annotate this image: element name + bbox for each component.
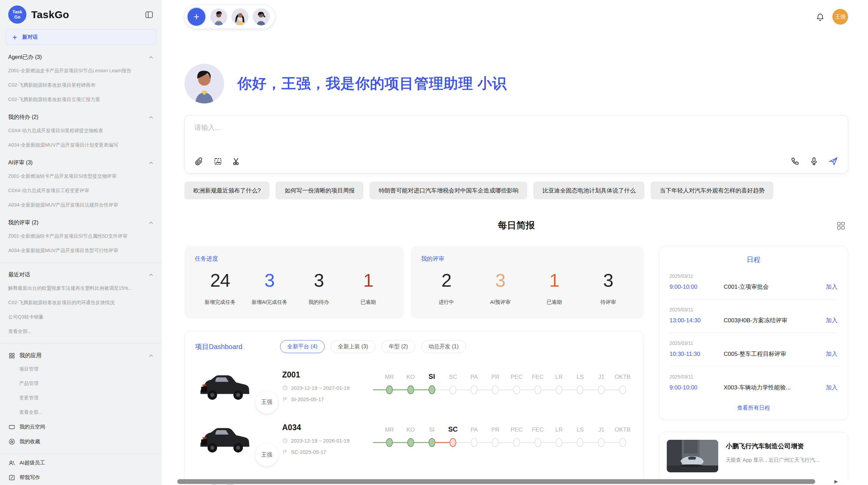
sidebar-item[interactable]: C0X4-动力总成开发项目SI里程碑提交物检查 — [5, 124, 157, 138]
send-icon[interactable] — [828, 156, 838, 166]
milestone-LS[interactable]: LS — [569, 422, 591, 448]
sidebar-tool-people[interactable]: AI超级员工 — [5, 456, 157, 470]
stat-label: 待评审 — [600, 299, 616, 306]
mic-icon[interactable] — [809, 157, 819, 166]
sidebar-app-item[interactable]: 变更管理 — [5, 391, 157, 405]
milestone-SI[interactable]: SI — [421, 370, 443, 396]
join-link[interactable]: 加入 — [826, 350, 837, 358]
milestone-MR[interactable]: MR — [379, 370, 400, 396]
sidebar-item[interactable]: A034-全新新能源MUV产品开发项目计划变更表编写 — [5, 138, 157, 152]
sidebar-item[interactable]: Z001-全新燃油轻卡产品开发项目SI节点属性5D文件评审 — [5, 229, 157, 244]
stat-cells: 2进行中3AI预评审1已逾期3待评审 — [421, 270, 634, 306]
sidebar-item-cloud[interactable]: 我的云空间 — [5, 420, 157, 434]
milestone-PR[interactable]: PR — [485, 422, 506, 448]
milestone-OKTB[interactable]: OKTB — [612, 370, 633, 396]
section-header[interactable]: Agent已办 (3) — [5, 47, 157, 64]
new-chat-button[interactable]: ＋ 新对话 — [5, 29, 156, 45]
news-card[interactable]: 小鹏飞行汽车制造公司增资 天眼查 App 显示，近日广州汇天飞行汽... — [659, 432, 848, 483]
milestone-SI[interactable]: SI — [421, 422, 443, 448]
sidebar-app-item[interactable]: 项目管理 — [5, 362, 157, 376]
project-code[interactable]: A034 — [282, 423, 379, 432]
filter-pill[interactable]: 全新平台 (4) — [280, 340, 325, 353]
bell-icon[interactable] — [816, 12, 825, 22]
section-header[interactable]: 最近对话 — [5, 264, 157, 281]
sidebar-tool-write[interactable]: 帮我写作 — [5, 470, 157, 485]
project-code[interactable]: Z001 — [282, 370, 379, 380]
milestone-KO[interactable]: KO — [400, 370, 421, 396]
sidebar-item[interactable]: 公司Q3轻卡销量 — [5, 310, 157, 324]
suggestion-chip[interactable]: 欧洲新规最近颁布了什么? — [184, 182, 269, 199]
filter-pill[interactable]: 全新上装 (3) — [331, 340, 375, 353]
member-pill: + — [184, 5, 275, 29]
milestone-PEC[interactable]: PEC — [506, 422, 527, 448]
scissors-icon[interactable] — [232, 157, 241, 166]
image-icon[interactable] — [213, 157, 222, 166]
suggestion-chip[interactable]: 特朗普可能对进口汽车增税会对中国车企造成哪些影响 — [370, 182, 527, 199]
milestone-OKTB[interactable]: OKTB — [612, 422, 633, 448]
milestone-LR[interactable]: LR — [548, 370, 570, 396]
sidebar-item[interactable]: 查看全部... — [5, 324, 157, 339]
view-all-schedule-link[interactable]: 查看所有日程 — [670, 400, 837, 412]
sidebar-item[interactable]: A034-全新新能源MUV产品开发项目法规符合性评审 — [5, 198, 157, 212]
sidebar-item[interactable]: 解释最新出台的欧盟报废车法规再生塑料比例被调至15%... — [5, 281, 157, 296]
sidebar-item[interactable]: C0X4-动力总成开发项目工程变更评审 — [5, 184, 157, 198]
composer — [184, 115, 848, 173]
section-header[interactable]: 我的应用 — [5, 345, 157, 362]
milestone-J1[interactable]: J1 — [591, 422, 612, 448]
sidebar-item[interactable]: C02-飞腾新能源轻客改款项目立项汇报方案 — [5, 92, 157, 107]
phone-icon[interactable] — [791, 157, 800, 166]
milestone-J1[interactable]: J1 — [591, 370, 612, 396]
join-link[interactable]: 加入 — [826, 316, 837, 324]
sidebar-app-item[interactable]: 产品管理 — [5, 376, 157, 391]
briefing-title: 每日简报 — [498, 220, 535, 231]
filter-pill[interactable]: 年型 (2) — [382, 340, 415, 353]
chat-input[interactable] — [194, 124, 838, 132]
owner-avatar[interactable]: 王强 — [255, 444, 278, 466]
member-avatar[interactable] — [231, 8, 249, 25]
join-link[interactable]: 加入 — [826, 283, 837, 291]
milestone-LS[interactable]: LS — [569, 370, 591, 396]
panel-collapse-icon[interactable] — [145, 10, 154, 19]
people-icon — [8, 459, 15, 467]
suggestion-chip[interactable]: 当下年轻人对汽车外观有怎样的喜好趋势 — [651, 182, 773, 199]
sidebar-item[interactable]: C02-飞腾新能源轻客改款项目的闭环通告反馈情况 — [5, 296, 157, 310]
layout-grid-icon[interactable] — [836, 221, 846, 231]
milestone-timeline: MRKOSISCPAPRPECFECLRLSJ1OKTB — [379, 422, 633, 448]
section-title: Agent已办 (3) — [8, 54, 42, 61]
sidebar-item[interactable]: A034-全新新能源MUV产品开发项目造型可行性评审 — [5, 244, 157, 258]
milestone-SC[interactable]: SC — [442, 370, 463, 396]
scroll-right-arrow-icon[interactable]: ▶ — [834, 479, 838, 484]
milestone-PEC[interactable]: PEC — [506, 370, 527, 396]
filter-pill[interactable]: 动总开发 (1) — [421, 340, 466, 353]
schedule-date: 2025/03/11 — [670, 273, 837, 279]
sidebar-app-item[interactable]: 查看全部... — [5, 405, 157, 420]
sidebar-item-star[interactable]: 我的收藏 — [5, 434, 157, 449]
section-header[interactable]: 我的评审 (2) — [5, 212, 157, 229]
milestone-MR[interactable]: MR — [379, 422, 400, 448]
suggestion-chip[interactable]: 比亚迪全固态电池计划具体说了什么 — [533, 182, 644, 199]
member-avatar[interactable] — [210, 8, 227, 25]
section-header[interactable]: AI评审 (3) — [5, 152, 157, 169]
sidebar-item[interactable]: Z001-全新燃油皮卡产品开发项目SI节点Lesson Learn报告 — [5, 64, 157, 78]
milestone-PA[interactable]: PA — [463, 422, 485, 448]
milestone-KO[interactable]: KO — [400, 422, 421, 448]
milestone-FEC[interactable]: FEC — [527, 422, 548, 448]
suggestion-chip[interactable]: 如何写一份清晰的项目周报 — [276, 182, 363, 199]
milestone-PR[interactable]: PR — [485, 370, 506, 396]
milestone-FEC[interactable]: FEC — [527, 370, 548, 396]
member-avatar[interactable] — [253, 8, 270, 25]
schedule-item: 2025/03/1110:30-11:30C005-整车工程目标评审加入 — [670, 333, 837, 366]
section-header[interactable]: 我的待办 (2) — [5, 107, 157, 124]
add-member-button[interactable]: + — [188, 8, 205, 26]
milestone-PA[interactable]: PA — [463, 370, 485, 396]
milestone-SC[interactable]: SC — [442, 422, 463, 448]
owner-avatar[interactable]: 王强 — [255, 391, 278, 413]
milestone-LR[interactable]: LR — [548, 422, 570, 448]
logo-text-bottom: Go — [14, 15, 20, 20]
scrollbar-thumb[interactable] — [177, 479, 815, 484]
attachment-icon[interactable] — [194, 157, 204, 166]
user-avatar[interactable]: 王强 — [832, 9, 848, 25]
join-link[interactable]: 加入 — [826, 384, 837, 391]
sidebar-item[interactable]: C02-飞腾新能源轻客改款项目里程碑画布 — [5, 78, 157, 92]
sidebar-item[interactable]: Z001-全新燃油轻卡产品开发项目SI造型提交物评审 — [5, 169, 157, 184]
